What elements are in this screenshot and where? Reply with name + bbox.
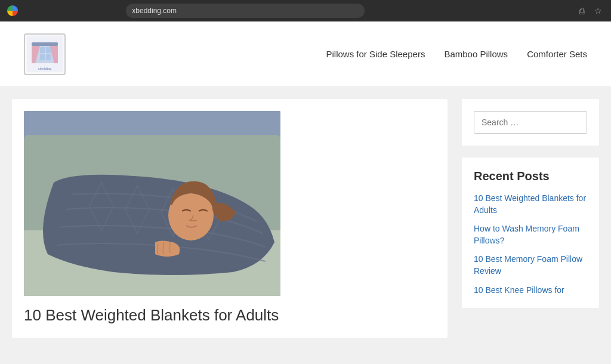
recent-posts-list: 10 Best Weighted Blankets for Adults How… (474, 193, 587, 296)
recent-post-link-0[interactable]: 10 Best Weighted Blankets for Adults (474, 193, 586, 215)
recent-posts-widget: Recent Posts 10 Best Weighted Blankets f… (462, 158, 599, 308)
svg-rect-5 (40, 47, 45, 53)
article-title: 10 Best Weighted Blankets for Adults (24, 306, 436, 326)
nav-bamboo-pillows[interactable]: Bamboo Pillows (444, 49, 508, 59)
browser-bar: xbedding.com ⎙ ☆ (0, 0, 611, 21)
search-form: 🔍 (474, 111, 587, 134)
site-nav: Pillows for Side Sleepers Bamboo Pillows… (326, 49, 587, 59)
svg-rect-2 (32, 42, 58, 46)
recent-post-link-3[interactable]: 10 Best Knee Pillows for (474, 285, 564, 295)
recent-post-link-1[interactable]: How to Wash Memory Foam Pillows? (474, 224, 579, 245)
star-icon[interactable]: ☆ (593, 5, 604, 16)
content-area: 10 Best Weighted Blankets for Adults (12, 99, 448, 338)
article-image (24, 111, 280, 296)
recent-posts-title: Recent Posts (474, 169, 587, 183)
svg-rect-8 (46, 54, 51, 60)
recent-post-link-2[interactable]: 10 Best Memory Foam Pillow Review (474, 254, 582, 276)
nav-comforter-sets[interactable]: Comforter Sets (527, 49, 587, 59)
share-icon[interactable]: ⎙ (576, 5, 587, 16)
article-illustration (24, 111, 280, 296)
nav-pillows-side-sleepers[interactable]: Pillows for Side Sleepers (326, 49, 425, 59)
recent-post-item: 10 Best Memory Foam Pillow Review (474, 254, 587, 277)
site-logo[interactable]: xbedding (24, 33, 66, 75)
svg-rect-6 (46, 47, 51, 53)
search-input[interactable] (474, 112, 587, 133)
site-header: xbedding Pillows for Side Sleepers Bambo… (0, 21, 611, 87)
recent-post-item: 10 Best Knee Pillows for (474, 285, 587, 297)
google-icon[interactable] (7, 5, 18, 16)
recent-post-item: How to Wash Memory Foam Pillows? (474, 223, 587, 246)
search-widget: 🔍 (462, 99, 599, 146)
svg-rect-7 (40, 54, 45, 60)
sidebar: 🔍 Recent Posts 10 Best Weighted Blankets… (462, 99, 599, 338)
url-bar[interactable]: xbedding.com (126, 4, 365, 18)
main-wrapper: 10 Best Weighted Blankets for Adults 🔍 R… (0, 87, 611, 350)
svg-text:xbedding: xbedding (38, 67, 51, 70)
logo-image: xbedding (27, 36, 63, 72)
recent-post-item: 10 Best Weighted Blankets for Adults (474, 193, 587, 216)
